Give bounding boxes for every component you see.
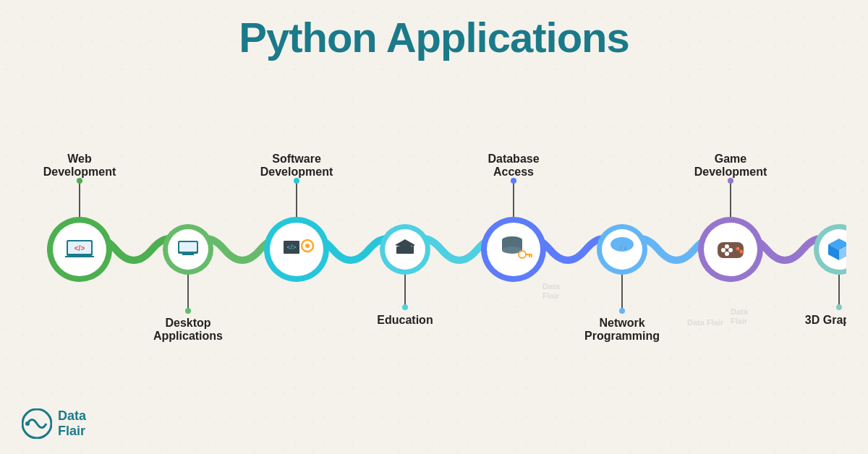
svg-text:3D Graphics: 3D Graphics: [805, 314, 846, 326]
svg-text:↑: ↑: [619, 244, 622, 251]
page-title: Python Applications: [0, 0, 868, 61]
diagram-area: </> Web Development Desktop Applications…: [0, 80, 868, 454]
svg-point-7: [77, 178, 82, 184]
svg-point-24: [305, 244, 310, 248]
svg-point-65: [728, 248, 733, 252]
svg-point-69: [728, 178, 733, 184]
svg-text:↓: ↓: [624, 244, 626, 251]
svg-text:Development: Development: [694, 166, 767, 178]
svg-text:Data Flair: Data Flair: [687, 318, 724, 327]
svg-point-78: [836, 304, 842, 310]
logo-data-label: Data: [58, 408, 86, 424]
svg-text:Database: Database: [488, 153, 539, 165]
svg-text:Web: Web: [67, 153, 92, 165]
svg-point-66: [736, 247, 740, 251]
logo-text: Data Flair: [58, 408, 86, 440]
svg-point-26: [294, 178, 299, 184]
svg-point-63: [725, 244, 729, 249]
logo-icon: [22, 408, 52, 439]
svg-text:</>: </>: [75, 244, 85, 252]
svg-point-35: [402, 304, 408, 310]
logo-flair-label: Flair: [58, 424, 86, 440]
svg-text:Network: Network: [599, 317, 644, 329]
svg-point-62: [721, 248, 726, 252]
svg-point-67: [740, 250, 744, 254]
logo-area: Data Flair: [22, 408, 86, 440]
svg-text:Software: Software: [272, 153, 321, 165]
svg-text:Game: Game: [715, 153, 747, 165]
svg-text:Desktop: Desktop: [165, 317, 210, 329]
svg-text:Data: Data: [731, 307, 749, 316]
svg-text:</>: </>: [286, 244, 296, 251]
chain-svg: </> Web Development Desktop Applications…: [22, 123, 846, 376]
svg-point-56: [619, 308, 625, 314]
svg-text:Development: Development: [43, 166, 116, 178]
svg-rect-13: [179, 242, 197, 252]
svg-text:Access: Access: [493, 166, 534, 178]
svg-text:Flair: Flair: [731, 317, 748, 325]
svg-point-64: [725, 252, 729, 256]
svg-point-47: [511, 178, 516, 184]
svg-point-52: [610, 237, 634, 252]
svg-point-86: [25, 421, 30, 426]
svg-text:Data: Data: [542, 282, 561, 291]
svg-text:Applications: Applications: [153, 330, 223, 342]
svg-text:Programming: Programming: [584, 330, 660, 342]
svg-point-16: [185, 308, 191, 314]
svg-text:Flair: Flair: [542, 291, 560, 300]
svg-text:Development: Development: [260, 166, 333, 178]
svg-text:Education: Education: [377, 314, 433, 326]
